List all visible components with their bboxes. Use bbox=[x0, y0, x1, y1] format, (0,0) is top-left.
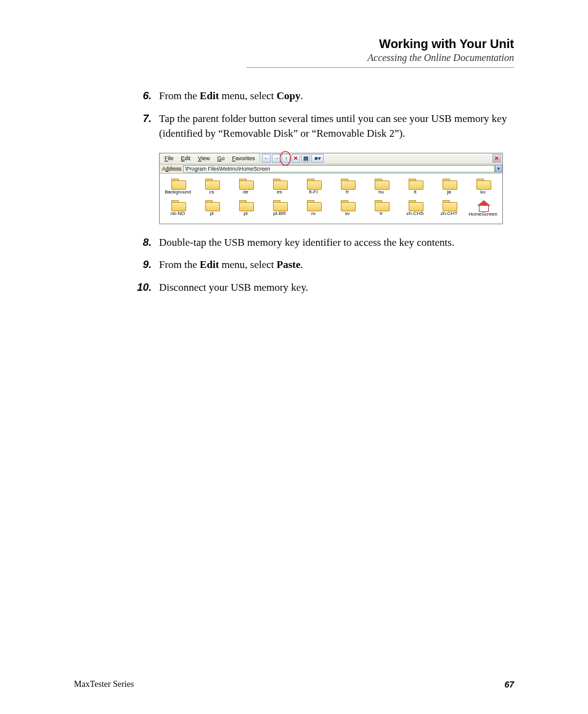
step-number: 10. bbox=[136, 280, 159, 296]
close-button[interactable]: ✕ bbox=[492, 154, 501, 163]
folder-icon bbox=[171, 179, 185, 189]
folder-label: ja bbox=[447, 189, 451, 195]
menu-label: ile bbox=[168, 155, 174, 161]
folder-item[interactable]: pt-BR bbox=[263, 199, 296, 221]
home-icon bbox=[476, 200, 490, 211]
menu-favorites[interactable]: Favorites bbox=[228, 154, 258, 163]
folder-label: ko bbox=[480, 189, 485, 195]
folder-label: fr bbox=[346, 189, 349, 195]
step-text: Double-tap the USB memory key identifier… bbox=[159, 235, 514, 251]
folder-icon bbox=[409, 200, 422, 210]
folder-item[interactable]: ja bbox=[432, 177, 466, 199]
folder-label: tr bbox=[380, 211, 383, 216]
up-button[interactable]: ↑ bbox=[282, 154, 290, 163]
step-6: 6. From the Edit menu, select Copy. bbox=[136, 89, 514, 104]
view-mode-button[interactable]: ■▾ bbox=[311, 154, 324, 163]
folder-item[interactable]: it bbox=[398, 177, 432, 199]
folder-label: zh-CHT bbox=[441, 211, 458, 216]
folder-label: hu bbox=[378, 189, 384, 195]
folder-icon bbox=[239, 200, 253, 210]
bold-text: Edit bbox=[200, 90, 219, 102]
delete-button[interactable]: ✕ bbox=[292, 154, 300, 163]
bold-text: Copy bbox=[277, 90, 301, 102]
file-row: nb-NO pl pt pt-BR ru sv tr zh-CHS zh-CHT… bbox=[161, 199, 501, 221]
file-label: HomeScreen bbox=[468, 211, 497, 217]
screenshot-figure: File Edit View Go Favorites ← → ↑ ✕ ▤ ■▾… bbox=[159, 153, 514, 224]
folder-icon bbox=[205, 200, 219, 210]
folder-item[interactable]: ru bbox=[296, 199, 330, 221]
step-number: 7. bbox=[136, 112, 159, 142]
footer-series: MaxTester Series bbox=[74, 680, 134, 689]
folder-item[interactable]: zh-CHT bbox=[432, 199, 466, 221]
folder-item[interactable]: es bbox=[263, 177, 296, 199]
address-field[interactable]: \Program Files\Metrino\HomeScreen bbox=[183, 165, 495, 172]
folder-icon bbox=[273, 200, 287, 210]
address-dropdown-button[interactable]: ▼ bbox=[495, 165, 502, 172]
step-text: Disconnect your USB memory key. bbox=[159, 280, 514, 296]
step-9: 9. From the Edit menu, select Paste. bbox=[136, 258, 514, 273]
menu-file[interactable]: File bbox=[161, 154, 178, 163]
bold-text: Edit bbox=[200, 259, 219, 270]
folder-icon bbox=[443, 179, 456, 189]
menu-go[interactable]: Go bbox=[213, 154, 228, 163]
folder-item[interactable]: nb-NO bbox=[161, 199, 195, 221]
folder-label: de bbox=[243, 189, 248, 195]
folder-icon bbox=[273, 179, 287, 189]
folder-item[interactable]: Background bbox=[161, 177, 195, 199]
properties-button[interactable]: ▤ bbox=[301, 154, 310, 163]
folder-item[interactable]: sv bbox=[330, 199, 364, 221]
folder-label: Background bbox=[165, 189, 191, 195]
text-fragment: . bbox=[300, 259, 303, 270]
menu-edit[interactable]: Edit bbox=[178, 154, 195, 163]
step-10: 10. Disconnect your USB memory key. bbox=[136, 280, 514, 296]
folder-icon bbox=[476, 179, 490, 189]
folder-item[interactable]: cs bbox=[195, 177, 229, 199]
menu-label: avorites bbox=[235, 155, 255, 161]
footer-page-number: 67 bbox=[504, 680, 514, 689]
folder-icon bbox=[341, 179, 354, 189]
text-fragment: From the bbox=[159, 90, 200, 102]
step-number: 6. bbox=[136, 89, 159, 104]
text-fragment: From the bbox=[159, 259, 200, 270]
folder-item[interactable]: tr bbox=[364, 199, 398, 221]
bold-text: Paste bbox=[277, 259, 301, 270]
folder-icon bbox=[375, 200, 388, 210]
step-text: From the Edit menu, select Paste. bbox=[159, 258, 514, 273]
folder-label: it bbox=[414, 189, 417, 195]
separator bbox=[259, 154, 260, 163]
folder-item[interactable]: pl bbox=[195, 199, 229, 221]
folder-label: pl bbox=[210, 211, 213, 216]
text-fragment: . bbox=[301, 90, 303, 102]
menu-label: o bbox=[221, 155, 224, 161]
folder-item[interactable]: hu bbox=[364, 177, 398, 199]
folder-item[interactable]: de bbox=[229, 177, 263, 199]
step-number: 8. bbox=[136, 235, 159, 251]
step-number: 9. bbox=[136, 258, 159, 273]
folder-item[interactable]: fr bbox=[330, 177, 364, 199]
chapter-title: Working with Your Unit bbox=[247, 37, 514, 51]
address-bar: Address \Program Files\Metrino\HomeScree… bbox=[160, 164, 502, 174]
file-item[interactable]: HomeScreen bbox=[466, 199, 500, 221]
folder-icon bbox=[341, 200, 354, 210]
folder-label: zh-CHS bbox=[406, 211, 423, 216]
file-pane: Background cs de es fi-FI fr hu it ja ko… bbox=[160, 174, 502, 224]
text-fragment: menu, select bbox=[219, 90, 276, 102]
back-button[interactable]: ← bbox=[262, 154, 271, 163]
step-8: 8. Double-tap the USB memory key identif… bbox=[136, 235, 514, 251]
folder-item[interactable]: zh-CHS bbox=[398, 199, 432, 221]
folder-label: es bbox=[277, 189, 282, 195]
folder-icon bbox=[239, 179, 253, 189]
folder-item[interactable]: pt bbox=[229, 199, 263, 221]
folder-icon bbox=[307, 179, 321, 189]
forward-button[interactable]: → bbox=[272, 154, 280, 163]
folder-icon bbox=[409, 179, 422, 189]
step-7: 7. Tap the parent folder button several … bbox=[136, 112, 514, 142]
folder-item[interactable]: fi-FI bbox=[296, 177, 330, 199]
folder-label: ru bbox=[311, 211, 316, 216]
folder-icon bbox=[375, 179, 388, 189]
folder-label: sv bbox=[345, 211, 350, 216]
menu-view[interactable]: View bbox=[194, 154, 213, 163]
step-text: Tap the parent folder button several tim… bbox=[159, 112, 514, 142]
text-fragment: menu, select bbox=[219, 259, 276, 270]
folder-item[interactable]: ko bbox=[466, 177, 500, 199]
